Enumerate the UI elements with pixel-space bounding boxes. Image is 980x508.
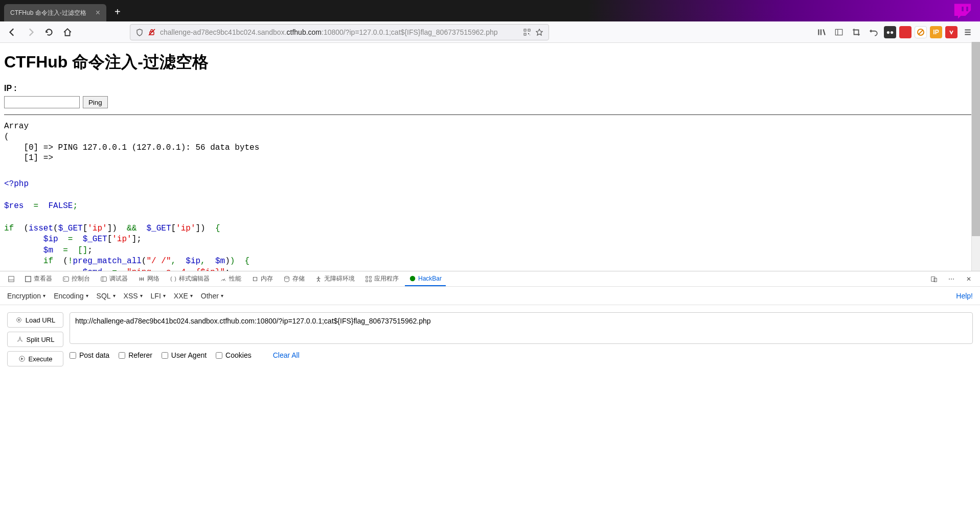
devtools-close-icon[interactable]: ✕ [962,272,976,286]
tab-hackbar[interactable]: HackBar [405,272,446,286]
scrollbar-thumb[interactable] [972,42,980,236]
scrollbar[interactable] [971,42,980,271]
tab-accessibility[interactable]: 无障碍环境 [311,271,359,286]
execute-button[interactable]: Execute [7,351,63,366]
svg-rect-6 [530,35,530,35]
ext-icon-2[interactable] [899,26,911,38]
ext-icon-1[interactable]: ●● [884,26,896,38]
noscript-icon[interactable] [915,26,927,38]
php-source: <?php $res = FALSE; if (isset($_GET['ip'… [4,179,976,271]
tab-network[interactable]: 网络 [134,271,164,286]
browser-toolbar: challenge-ad78ec9bc41bc024.sandbox.ctfhu… [0,21,980,43]
opt-postdata[interactable]: Post data [70,351,109,359]
clear-all-link[interactable]: Clear All [273,351,300,359]
tab-performance[interactable]: 性能 [216,271,245,286]
library-icon[interactable] [814,25,829,39]
dd-encoding[interactable]: Encoding ▾ [54,292,88,300]
svg-rect-31 [366,276,368,278]
forward-button[interactable] [24,25,38,39]
svg-rect-4 [524,33,526,35]
sidebar-icon[interactable] [832,25,846,39]
more-icon[interactable]: ⋯ [944,272,959,286]
split-icon [16,336,24,343]
svg-rect-3 [528,29,530,31]
dd-lfi[interactable]: LFI ▾ [151,292,166,300]
bookmark-star-icon[interactable] [535,28,543,36]
load-url-button[interactable]: Load URL [7,312,63,328]
menu-button[interactable] [961,25,975,39]
tab-title: CTFHub 命令注入-过滤空格 [10,9,86,17]
svg-rect-21 [101,276,107,281]
svg-rect-34 [370,280,372,282]
page-title: CTFHub 命令注入-过滤空格 [4,51,976,74]
svg-point-35 [410,275,416,281]
svg-point-30 [318,276,320,278]
dd-xss[interactable]: XSS ▾ [124,292,143,300]
opt-cookies[interactable]: Cookies [216,351,252,359]
url-text: challenge-ad78ec9bc41bc024.sandbox.ctfhu… [160,28,519,36]
svg-rect-32 [370,276,372,278]
svg-rect-19 [26,276,31,282]
hackbar-toolbar: Encryption ▾ Encoding ▾ SQL ▾ XSS ▾ LFI … [0,287,980,305]
devtools-dock-icon[interactable] [4,272,18,286]
tab-memory[interactable]: 内存 [247,271,277,286]
tab-console[interactable]: 控制台 [58,271,94,286]
shield-icon [135,28,144,36]
svg-rect-36 [931,276,935,281]
ip-label: IP : [4,84,976,93]
svg-rect-24 [254,277,257,281]
array-output: Array ( [0] => PING 127.0.0.1 (127.0.0.1… [4,121,976,164]
svg-rect-17 [9,276,14,282]
home-button[interactable] [60,25,75,39]
opt-useragent[interactable]: User Agent [162,351,207,359]
svg-rect-5 [528,33,529,34]
devtools-tabs: 查看器 控制台 调试器 网络 样式编辑器 性能 内存 存储 无障碍环境 应用程序… [0,271,980,287]
hackbar-main: Load URL Split URL Execute Post data Ref… [0,305,980,508]
tab-storage[interactable]: 存储 [279,271,309,286]
svg-point-29 [285,276,289,278]
page-content: CTFHub 命令注入-过滤空格 IP : Ping Array ( [0] =… [0,43,980,271]
opt-referer[interactable]: Referer [119,351,152,359]
qr-icon[interactable] [523,28,531,36]
svg-rect-10 [835,29,842,35]
back-button[interactable] [5,25,19,39]
crop-icon[interactable] [849,25,863,39]
dd-xxe[interactable]: XXE ▾ [174,292,193,300]
twitch-icon [950,2,975,20]
responsive-icon[interactable] [927,272,941,286]
svg-point-39 [18,319,20,321]
ext-icon-red[interactable] [945,26,958,38]
svg-rect-33 [366,280,368,282]
undo-icon[interactable] [867,25,881,39]
ping-button[interactable]: Ping [83,96,108,108]
tab-debugger[interactable]: 调试器 [96,271,132,286]
svg-line-9 [823,29,825,35]
lock-slash-icon [148,28,156,36]
help-link[interactable]: Help! [956,292,973,300]
new-tab-button[interactable]: + [115,6,121,18]
hackbar-url-input[interactable] [70,312,973,344]
reload-button[interactable] [42,25,56,39]
divider [4,114,976,115]
tab-inspector[interactable]: 查看器 [20,271,56,286]
svg-rect-20 [63,276,69,281]
tab-application[interactable]: 应用程序 [361,271,403,286]
load-icon [15,316,22,324]
close-icon[interactable]: × [96,8,100,17]
browser-tab[interactable]: CTFHub 命令注入-过滤空格 × [4,4,106,21]
ip-input[interactable] [4,96,80,108]
devtools-panel: 查看器 控制台 调试器 网络 样式编辑器 性能 内存 存储 无障碍环境 应用程序… [0,271,980,508]
url-bar[interactable]: challenge-ad78ec9bc41bc024.sandbox.ctfhu… [130,24,549,40]
split-url-button[interactable]: Split URL [7,332,63,347]
dd-encryption[interactable]: Encryption ▾ [7,292,45,300]
browser-titlebar: CTFHub 命令注入-过滤空格 × + [0,0,980,21]
tab-style-editor[interactable]: 样式编辑器 [166,271,214,286]
svg-rect-2 [524,29,526,31]
svg-point-40 [19,338,21,340]
dd-other[interactable]: Other ▾ [201,292,223,300]
play-icon [18,355,26,362]
ip-icon[interactable]: IP [930,26,942,38]
svg-line-13 [919,30,923,34]
dd-sql[interactable]: SQL ▾ [97,292,116,300]
